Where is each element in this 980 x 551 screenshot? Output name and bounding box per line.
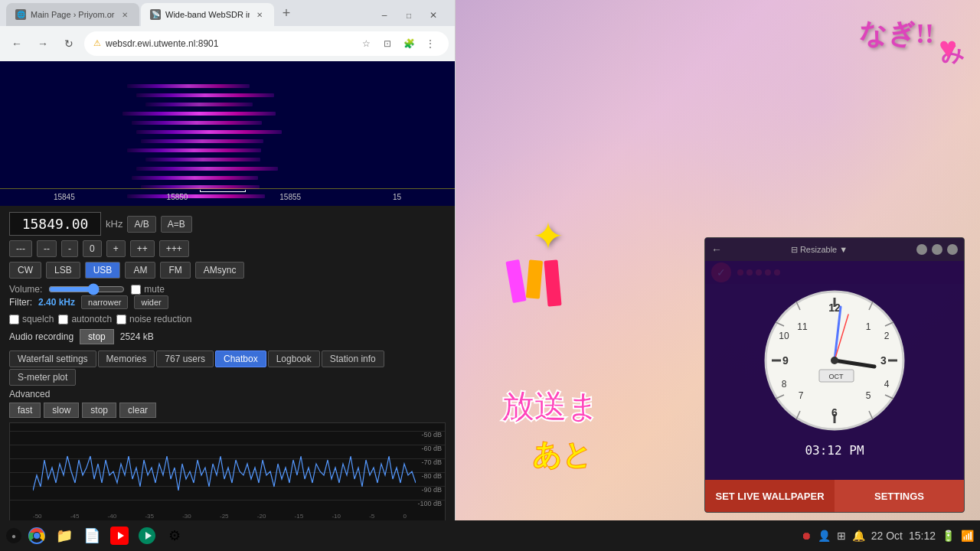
taskbar-grid-icon[interactable]: ⊞ (837, 530, 846, 542)
cast-icon[interactable]: ⊡ (378, 34, 397, 53)
squelch-checkbox[interactable] (9, 315, 19, 324)
clock-widget: ← ⊟ Resizable ▼ ✓ (704, 237, 965, 513)
reload-button[interactable]: ↻ (58, 33, 80, 54)
jp-text-1: なぎ!! (859, 15, 934, 53)
step-btn-3[interactable]: 0 (83, 240, 102, 257)
bookmark-icon[interactable]: ☆ (357, 34, 375, 53)
taskbar-user-icon[interactable]: 👤 (818, 530, 831, 542)
set-live-wallpaper-button[interactable]: SET LIVE WALLPAPER (705, 480, 835, 512)
squelch-label[interactable]: squelch (9, 314, 54, 324)
tab-memories[interactable]: Memories (98, 350, 155, 367)
mod-lsb[interactable]: LSB (46, 262, 80, 279)
tab1-favicon: 🌐 (15, 9, 26, 20)
speed-stop[interactable]: stop (82, 403, 116, 418)
narrower-button[interactable]: narrower (81, 295, 128, 309)
clock-svg-container: 12 3 6 9 1 2 4 5 7 8 10 11 (758, 284, 911, 437)
noise-reduction-checkbox[interactable] (116, 315, 126, 324)
mod-amsync[interactable]: AMsync (195, 262, 245, 279)
address-box[interactable]: ⚠ websdr.ewi.utwente.nl:8901 ☆ ⊡ 🧩 ⋮ (84, 31, 449, 56)
db-label-100: -100 dB (417, 500, 442, 507)
tab-users[interactable]: 767 users (156, 350, 214, 367)
taskbar-play-icon[interactable] (135, 523, 159, 548)
browser-close[interactable]: ✕ (423, 5, 444, 26)
step-btn-5[interactable]: ++ (130, 240, 155, 257)
browser-minimize[interactable]: – (374, 5, 395, 26)
taskbar-files-icon[interactable]: 📁 (52, 523, 77, 548)
mute-checkbox[interactable] (131, 285, 141, 295)
browser-tab-1[interactable]: 🌐 Main Page › Priyom.org ✕ (6, 3, 139, 26)
filter-label: Filter: (9, 297, 32, 308)
step-btn-4[interactable]: + (106, 240, 126, 257)
step-btn-1[interactable]: -- (37, 240, 57, 257)
window-back-button[interactable]: ← (711, 243, 722, 256)
wider-button[interactable]: wider (134, 295, 168, 309)
speed-fast[interactable]: fast (9, 403, 41, 418)
window-maximize[interactable] (932, 244, 942, 255)
tab-chatbox[interactable]: Chatbox (215, 350, 266, 367)
ab-button[interactable]: A/B (127, 216, 155, 233)
security-icon: ⚠ (93, 38, 101, 48)
taskbar-extra-icon[interactable]: ⚙ (162, 523, 187, 548)
noise-reduction-label[interactable]: noise reduction (116, 314, 191, 324)
mod-fm[interactable]: FM (160, 262, 190, 279)
volume-slider[interactable] (48, 283, 125, 295)
tab2-title: Wide-band WebSDR in Ens... (165, 10, 250, 19)
freq-selector[interactable] (200, 190, 246, 192)
taskbar-battery-icon[interactable]: 🔋 (942, 530, 955, 542)
menu-icon[interactable]: ⋮ (421, 34, 439, 53)
step-btn-0[interactable]: --- (9, 240, 32, 257)
forward-button[interactable]: → (32, 33, 54, 54)
mute-checkbox-label[interactable]: mute (131, 284, 165, 295)
speed-clear[interactable]: clear (119, 403, 156, 418)
mod-usb[interactable]: USB (85, 262, 121, 279)
smeter-chart: -50 dB -60 dB -70 dB -80 dB -90 dB -100 … (9, 422, 446, 522)
step-btn-6[interactable]: +++ (159, 240, 189, 257)
tabs-nav: Waterfall settings Memories 767 users Ch… (9, 350, 446, 386)
jp-text-bottom-2: あと (532, 435, 592, 474)
tab2-favicon: 📡 (150, 9, 161, 20)
taskbar: ● 📁 📄 ⚙ ⏺ 👤 ⊞ 🔔 22 Oct 15:12 🔋 📶 (0, 520, 980, 551)
browser-tab-2[interactable]: 📡 Wide-band WebSDR in Ens... ✕ (141, 3, 274, 26)
taskbar-youtube-icon[interactable] (107, 523, 132, 548)
svg-text:OCT: OCT (829, 373, 844, 380)
tab-waterfall-settings[interactable]: Waterfall settings (9, 350, 96, 367)
a-eq-b-button[interactable]: A=B (161, 216, 192, 233)
taskbar-dot-icon[interactable]: ● (6, 528, 21, 543)
tab-bar: 🌐 Main Page › Priyom.org ✕ 📡 Wide-band W… (0, 0, 455, 26)
mod-am[interactable]: AM (125, 262, 155, 279)
extensions-icon[interactable]: 🧩 (400, 34, 418, 53)
taskbar-date: 22 Oct (871, 530, 903, 542)
settings-button[interactable]: SETTINGS (835, 480, 964, 512)
browser-maximize[interactable]: □ (398, 5, 420, 26)
back-button[interactable]: ← (6, 33, 28, 54)
autonotch-label[interactable]: autonotch (58, 314, 112, 324)
taskbar-bell-icon[interactable]: 🔔 (852, 530, 865, 542)
manga-bars (509, 260, 560, 306)
audio-row: Audio recording stop 2524 kB (9, 329, 446, 344)
taskbar-docs-icon[interactable]: 📄 (80, 523, 104, 548)
clock-titlebar: ← ⊟ Resizable ▼ (705, 238, 964, 261)
tab-station-info[interactable]: Station info (322, 350, 384, 367)
smeter-waveform (33, 429, 416, 506)
taskbar-record-icon[interactable]: ⏺ (801, 530, 812, 542)
stop-recording-button[interactable]: stop (80, 329, 114, 344)
svg-text:1: 1 (866, 321, 871, 332)
window-minimize[interactable] (916, 244, 927, 255)
tab2-close[interactable]: ✕ (254, 9, 265, 20)
svg-text:10: 10 (779, 331, 789, 341)
autonotch-checkbox[interactable] (58, 315, 68, 324)
heart-decoration: ♥ (939, 31, 957, 65)
mod-cw[interactable]: CW (9, 262, 41, 279)
taskbar-wifi-icon[interactable]: 📶 (961, 530, 974, 542)
tab1-close[interactable]: ✕ (119, 9, 130, 20)
new-tab-button[interactable]: + (276, 2, 297, 24)
speed-slow[interactable]: slow (44, 403, 79, 418)
waterfall-area: 15845 15850 15855 15 (0, 61, 455, 206)
db-label-80: -80 dB (421, 472, 442, 480)
tab-logbook[interactable]: Logbook (268, 350, 320, 367)
step-btn-2[interactable]: - (61, 240, 78, 257)
window-close[interactable] (947, 244, 958, 255)
tab-smeter-plot[interactable]: S-meter plot (9, 369, 76, 386)
taskbar-chrome-icon[interactable] (24, 523, 49, 548)
clock-face-area: 12 3 6 9 1 2 4 5 7 8 10 11 (705, 261, 964, 480)
